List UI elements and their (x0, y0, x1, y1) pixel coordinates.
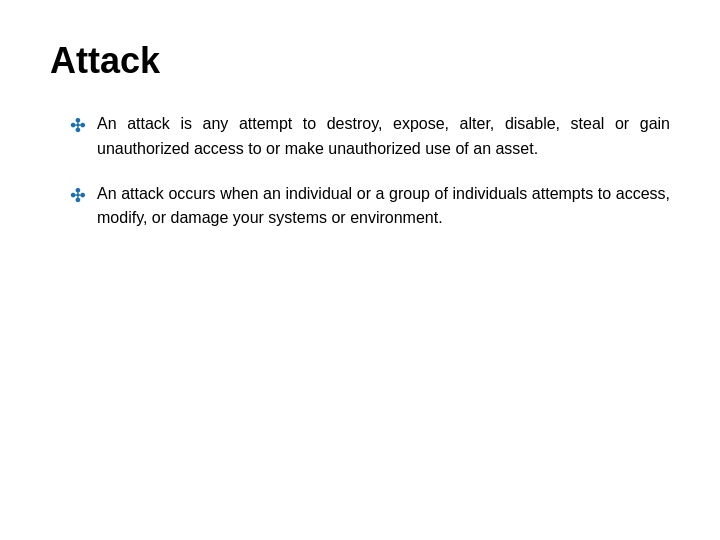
list-item: ✣ An attack occurs when an individual or… (70, 182, 670, 232)
slide: Attack ✣ An attack is any attempt to des… (0, 0, 720, 540)
bullet-text-1: An attack is any attempt to destroy, exp… (97, 112, 670, 162)
bullet-marker-2: ✣ (70, 183, 85, 211)
slide-title: Attack (50, 40, 670, 82)
bullet-text-2: An attack occurs when an individual or a… (97, 182, 670, 232)
list-item: ✣ An attack is any attempt to destroy, e… (70, 112, 670, 162)
bullet-marker-1: ✣ (70, 113, 85, 141)
bullet-list: ✣ An attack is any attempt to destroy, e… (70, 112, 670, 231)
